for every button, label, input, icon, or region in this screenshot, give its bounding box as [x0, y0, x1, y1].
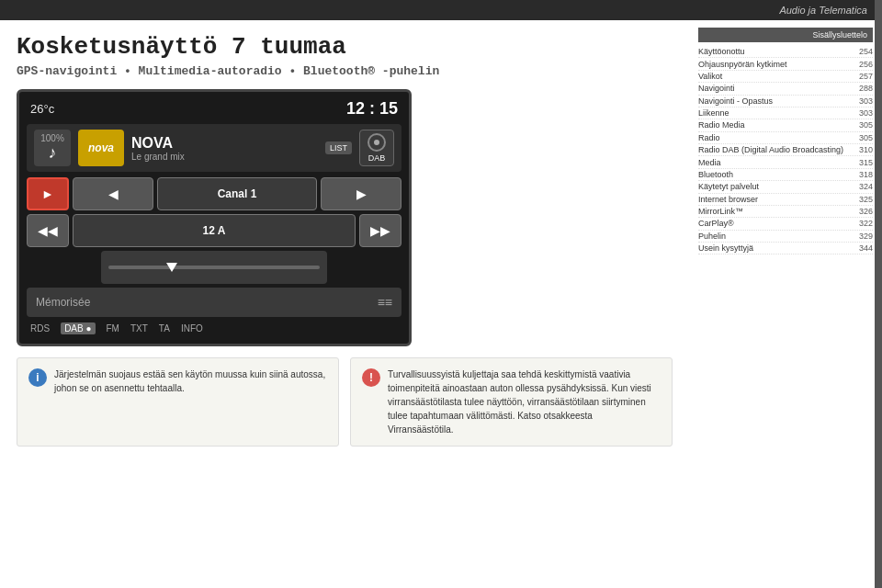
sidebar-row: Usein kysyttyjä344	[698, 243, 873, 254]
source-sublabel: DAB	[368, 153, 386, 163]
sidebar-row: Bluetooth318	[698, 169, 873, 181]
prev-button[interactable]: ◀	[73, 177, 153, 210]
slider-thumb	[166, 263, 177, 272]
list-button[interactable]: LIST	[325, 141, 352, 154]
sidebar-item-label: Radio DAB (Digital Audio Broadcasting)	[698, 145, 843, 154]
sidebar-row: Radio305	[698, 132, 873, 144]
skip-forward-button[interactable]: ▶▶	[359, 214, 401, 247]
sidebar-item-page: 305	[859, 133, 873, 142]
sidebar-row: Valikot257	[698, 71, 873, 83]
sidebar-item-page: 329	[859, 232, 873, 241]
sidebar-row: MirrorLink™326	[698, 206, 873, 218]
sidebar-item-page: 326	[859, 207, 873, 216]
sidebar-item-label: Internet browser	[698, 195, 758, 204]
sidebar-item-page: 315	[859, 158, 873, 167]
info-bar: RDS DAB ● FM TXT TA INFO	[27, 321, 401, 336]
top-bar-title: Audio ja Telematica	[779, 5, 867, 16]
radio-info: NOVA Le grand mix	[131, 135, 318, 162]
info-icon: i	[28, 368, 47, 387]
screen-time: 12 : 15	[346, 99, 398, 119]
memo-label: Mémorisée	[36, 296, 90, 309]
info-note: i Järjestelmän suojaus estää sen käytön …	[17, 357, 339, 447]
source-icon	[368, 133, 386, 152]
sidebar-row: Liikenne303	[698, 107, 873, 119]
sidebar-item-page: 303	[859, 108, 873, 118]
sidebar-header: Sisällysluettelo	[698, 28, 873, 42]
info-info: INFO	[181, 323, 203, 334]
channel-display: Canal 1	[157, 177, 317, 210]
memo-row: Mémorisée ≡≡	[27, 288, 401, 317]
slider-track	[108, 266, 320, 269]
next-button[interactable]: ▶	[321, 177, 401, 210]
station-name: NOVA	[131, 135, 318, 152]
sidebar-item-page: 256	[859, 60, 873, 69]
source-button[interactable]: DAB	[359, 130, 394, 166]
sidebar-row: Radio Media305	[698, 119, 873, 131]
sidebar-item-label: Valikot	[698, 72, 722, 81]
station-logo: nova	[78, 130, 124, 166]
page-title: Kosketusnäyttö 7 tuumaa	[17, 33, 673, 61]
sidebar-row: Käyttöonottu254	[698, 46, 873, 58]
info-note-text: Järjestelmän suojaus estää sen käytön mu…	[54, 368, 327, 395]
page-subtitle: GPS-navigointi • Multimedia-autoradio • …	[17, 64, 673, 78]
sidebar-item-page: 310	[859, 145, 873, 154]
sidebar-row: Radio DAB (Digital Audio Broadcasting)31…	[698, 144, 873, 156]
sidebar-row: CarPlay®322	[698, 218, 873, 230]
nav-button[interactable]: ►	[27, 177, 69, 210]
control-row-2: ◀◀ 12 A ▶▶	[27, 214, 401, 247]
warning-note-text: Turvallisuussyistä kuljettaja saa tehdä …	[388, 368, 661, 436]
sidebar-row: Käytetyt palvelut324	[698, 181, 873, 193]
sidebar-item-label: Liikenne	[698, 108, 729, 118]
volume-percent: 100%	[40, 133, 64, 143]
sidebar-item-label: Käyttöonottu	[698, 47, 745, 56]
volume-indicator: 100% ♪	[34, 130, 71, 166]
sidebar-item-label: Bluetooth	[698, 170, 733, 179]
track-name: Le grand mix	[131, 152, 318, 162]
sidebar-item-page: 254	[859, 47, 873, 56]
info-txt: TXT	[130, 323, 148, 334]
info-ta: TA	[159, 323, 170, 334]
music-icon: ♪	[49, 143, 57, 163]
control-row-1: ► ◀ Canal 1 ▶	[27, 177, 401, 210]
sidebar-row: Navigointi - Opastus303	[698, 96, 873, 107]
sidebar-item-label: Radio Media	[698, 120, 745, 130]
info-dab: DAB ●	[61, 322, 95, 334]
sidebar-item-label: Usein kysyttyjä	[698, 243, 753, 253]
main-content: Kosketusnäyttö 7 tuumaa GPS-navigointi •…	[0, 20, 689, 588]
sidebar-item-label: Radio	[698, 133, 720, 142]
sidebar-item-label: Navigointi	[698, 84, 735, 93]
sidebar-item-page: 305	[859, 120, 873, 130]
skip-back-button[interactable]: ◀◀	[27, 214, 69, 247]
sidebar-row: Media315	[698, 156, 873, 168]
sidebar: Sisällysluettelo Käyttöonottu254Ohjausnp…	[689, 20, 882, 588]
info-fm: FM	[107, 323, 119, 334]
sidebar-item-page: 322	[859, 219, 873, 228]
warning-icon: !	[362, 368, 380, 387]
frequency-display: 12 A	[73, 214, 356, 247]
radio-display: 100% ♪ nova NOVA Le grand mix LIST DAB	[27, 124, 401, 172]
sidebar-item-page: 303	[859, 96, 873, 106]
sidebar-row: Puhelin329	[698, 231, 873, 243]
sidebar-item-page: 325	[859, 195, 873, 204]
info-rds: RDS	[30, 323, 50, 334]
sidebar-row: Navigointi288	[698, 83, 873, 95]
sidebar-row: Ohjausnpyörän kytkimet256	[698, 58, 873, 70]
sidebar-item-page: 288	[859, 84, 873, 93]
top-bar: Audio ja Telematica	[0, 0, 882, 20]
slider-row	[27, 251, 401, 284]
sidebar-item-label: Ohjausnpyörän kytkimet	[698, 60, 787, 69]
right-edge-accent	[875, 0, 882, 588]
warning-note: ! Turvallisuussyistä kuljettaja saa tehd…	[350, 357, 673, 447]
sidebar-item-label: Media	[698, 158, 721, 167]
sidebar-item-page: 257	[859, 72, 873, 81]
device-screen: 26°c 12 : 15 100% ♪ nova NOVA Le grand m…	[17, 89, 412, 346]
sidebar-item-label: Käytetyt palvelut	[698, 182, 759, 191]
frequency-slider[interactable]	[101, 251, 327, 284]
sidebar-item-label: MirrorLink™	[698, 207, 743, 216]
device-wrapper: 26°c 12 : 15 100% ♪ nova NOVA Le grand m…	[17, 89, 673, 346]
notes-section: i Järjestelmän suojaus estää sen käytön …	[17, 357, 673, 447]
screen-topbar: 26°c 12 : 15	[27, 99, 401, 119]
screen-temp: 26°c	[30, 102, 54, 116]
sidebar-item-label: Puhelin	[698, 232, 726, 241]
sidebar-item-label: Navigointi - Opastus	[698, 96, 773, 106]
